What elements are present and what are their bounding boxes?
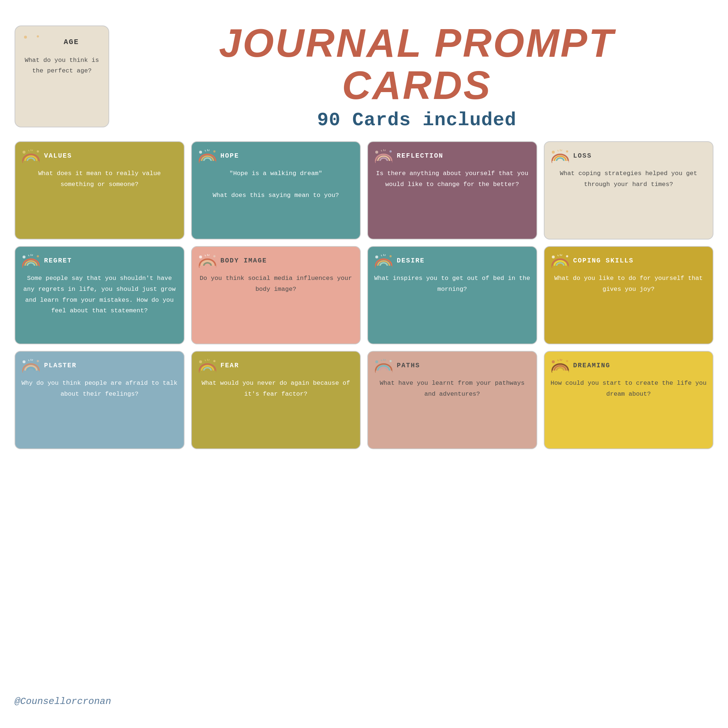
svg-point-20: [213, 150, 216, 153]
svg-rect-45: [23, 266, 39, 268]
rainbow-icon: [198, 358, 218, 373]
card-fear: FEARWhat would you never do again becaus…: [191, 351, 361, 449]
svg-point-5: [37, 35, 39, 37]
svg-line-66: [381, 255, 382, 256]
svg-point-37: [552, 151, 555, 154]
card-body-regret: Some people say that you shouldn't have …: [21, 273, 178, 316]
card-title-loss: LOSS: [573, 152, 592, 159]
card-desire: DESIREWhat inspires you to get out of be…: [367, 246, 537, 344]
hero-card-title: AGE: [64, 38, 79, 46]
svg-line-13: [32, 150, 33, 151]
card-reflection: REFLECTIONIs there anything about yourse…: [367, 141, 537, 240]
svg-rect-90: [199, 370, 216, 373]
svg-point-92: [213, 360, 216, 362]
card-values: VALUESWhat does it mean to really value …: [15, 141, 185, 240]
svg-line-22: [209, 150, 209, 151]
card-body-fear: What would you never do again because of…: [198, 378, 355, 400]
footer: @Counsellorcronan: [15, 696, 111, 713]
card-body-hope: "Hope is a walking dream" What does this…: [198, 168, 355, 200]
card-loss: LOSSWhat coping strategies helped you ge…: [544, 141, 714, 240]
card-title-hope: HOPE: [220, 152, 239, 159]
page-wrapper: AGE What do you think is the perfect age…: [15, 15, 713, 713]
svg-point-65: [390, 255, 392, 257]
card-title-coping-skills: COPING SKILLS: [573, 257, 634, 264]
rainbow-icon: [551, 358, 570, 373]
svg-line-85: [32, 359, 33, 361]
svg-line-57: [205, 255, 206, 256]
card-title-paths: PATHS: [397, 362, 420, 369]
svg-rect-81: [23, 370, 39, 373]
svg-line-12: [28, 150, 29, 151]
svg-rect-3: [24, 45, 40, 48]
svg-point-110: [566, 360, 568, 362]
svg-point-28: [375, 151, 378, 154]
rainbow-icon: [198, 148, 218, 163]
svg-point-38: [566, 150, 568, 153]
svg-point-100: [375, 360, 378, 363]
svg-line-39: [558, 150, 558, 151]
rainbow-icon: [198, 253, 218, 268]
svg-point-55: [199, 255, 202, 258]
svg-line-21: [205, 150, 206, 151]
card-body-coping-skills: What do you like to do for yourself that…: [551, 273, 707, 295]
card-title-desire: DESIRE: [397, 257, 425, 264]
card-title-dreaming: DREAMING: [573, 362, 610, 369]
svg-line-49: [32, 254, 33, 256]
hero-card-body: What do you think is the perfect age?: [22, 55, 102, 76]
card-title-regret: REGRET: [44, 257, 72, 264]
svg-line-48: [28, 255, 29, 256]
svg-line-93: [205, 359, 206, 361]
rainbow-icon: [374, 358, 394, 373]
rainbow-icon: [551, 253, 570, 268]
svg-rect-99: [376, 370, 392, 373]
card-title-reflection: REFLECTION: [397, 152, 444, 159]
card-body-paths: What have you learnt from your pathways …: [374, 378, 531, 400]
footer-handle: @Counsellorcronan: [15, 696, 111, 707]
svg-point-46: [23, 255, 26, 258]
svg-rect-27: [376, 161, 392, 163]
svg-point-64: [375, 255, 378, 258]
svg-rect-63: [376, 266, 392, 268]
card-title-body-image: BODY IMAGE: [220, 257, 267, 264]
card-body-loss: What coping strategies helped you get th…: [551, 168, 707, 190]
svg-line-75: [558, 255, 558, 256]
svg-point-109: [552, 360, 555, 363]
svg-point-82: [23, 360, 26, 363]
svg-rect-108: [552, 370, 569, 373]
rainbow-icon: [374, 148, 394, 163]
svg-rect-9: [23, 161, 39, 163]
svg-rect-18: [199, 161, 216, 163]
card-body-dreaming: How could you start to create the life y…: [551, 378, 707, 400]
svg-rect-54: [199, 266, 216, 268]
subtitle: 90 Cards included: [317, 110, 517, 131]
card-coping-skills: COPING SKILLSWhat do you like to do for …: [544, 246, 714, 344]
cards-grid: VALUESWhat does it mean to really value …: [15, 141, 713, 449]
svg-line-58: [209, 254, 209, 256]
rainbow-icon-hero: [22, 34, 42, 48]
svg-line-103: [385, 359, 385, 361]
svg-point-47: [37, 255, 39, 257]
card-body-body-image: Do you think social media influences you…: [198, 273, 355, 295]
svg-point-73: [552, 255, 555, 258]
svg-point-19: [199, 151, 202, 154]
card-body-reflection: Is there anything about yourself that yo…: [374, 168, 531, 190]
svg-line-31: [385, 150, 385, 151]
hero-card: AGE What do you think is the perfect age…: [15, 26, 109, 127]
svg-point-4: [24, 36, 27, 38]
card-plaster: PLASTERWhy do you think people are afrai…: [15, 351, 185, 449]
rainbow-icon: [551, 148, 570, 163]
svg-line-112: [561, 359, 562, 361]
svg-rect-72: [552, 266, 569, 268]
card-body-desire: What inspires you to get out of bed in t…: [374, 273, 531, 295]
card-regret: REGRETSome people say that you shouldn't…: [15, 246, 185, 344]
card-body-image: BODY IMAGEDo you think social media infl…: [191, 246, 361, 344]
rainbow-icon: [21, 358, 41, 373]
svg-line-102: [381, 359, 382, 361]
svg-line-67: [385, 254, 385, 256]
svg-line-84: [28, 359, 29, 361]
card-body-values: What does it mean to really value someth…: [21, 168, 178, 190]
svg-point-10: [23, 151, 26, 154]
card-title-fear: FEAR: [220, 362, 239, 369]
rainbow-icon: [21, 148, 41, 163]
svg-point-91: [199, 360, 202, 363]
